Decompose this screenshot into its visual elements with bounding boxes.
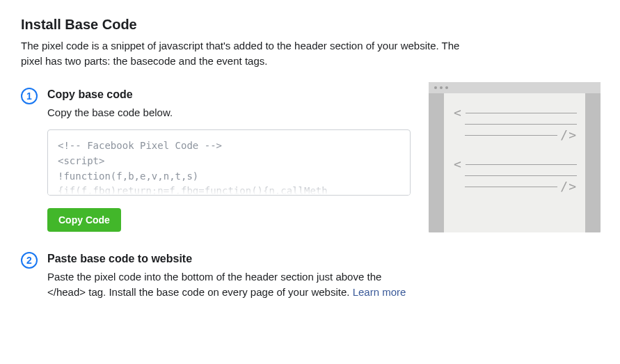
window-dot-icon [445, 86, 448, 89]
illustration-code-block: < /> [454, 107, 577, 141]
copy-code-button[interactable]: Copy Code [47, 208, 121, 232]
step-2-desc: Paste the pixel code into the bottom of … [47, 269, 411, 300]
step-1: 1 Copy base code Copy the base code belo… [21, 88, 411, 232]
step-2-desc-text: Paste the pixel code into the bottom of … [47, 271, 381, 298]
browser-illustration: < /> < /> [429, 82, 601, 232]
illustration-code-block: < /> [454, 159, 577, 192]
close-tag-icon: /> [560, 180, 577, 193]
window-dot-icon [434, 86, 437, 89]
step-1-desc: Copy the base code below. [47, 105, 411, 120]
step-1-number-badge: 1 [21, 88, 38, 104]
code-snippet-box[interactable]: <!-- Facebook Pixel Code --> <script> !f… [47, 129, 411, 196]
step-2-title: Paste base code to website [47, 253, 411, 265]
illustration-page: < /> < /> [444, 93, 585, 232]
learn-more-link[interactable]: Learn more [353, 286, 406, 298]
open-tag-icon: < [454, 158, 461, 171]
page-title: Install Base Code [21, 17, 599, 33]
intro-text: The pixel code is a snippet of javascrip… [21, 38, 466, 69]
step-2-number-badge: 2 [21, 252, 38, 269]
illustration-titlebar [429, 82, 601, 93]
window-dot-icon [440, 86, 443, 89]
step-2: 2 Paste base code to website Paste the p… [21, 253, 411, 300]
open-tag-icon: < [454, 106, 461, 119]
step-1-title: Copy base code [47, 88, 411, 101]
close-tag-icon: /> [560, 129, 577, 141]
